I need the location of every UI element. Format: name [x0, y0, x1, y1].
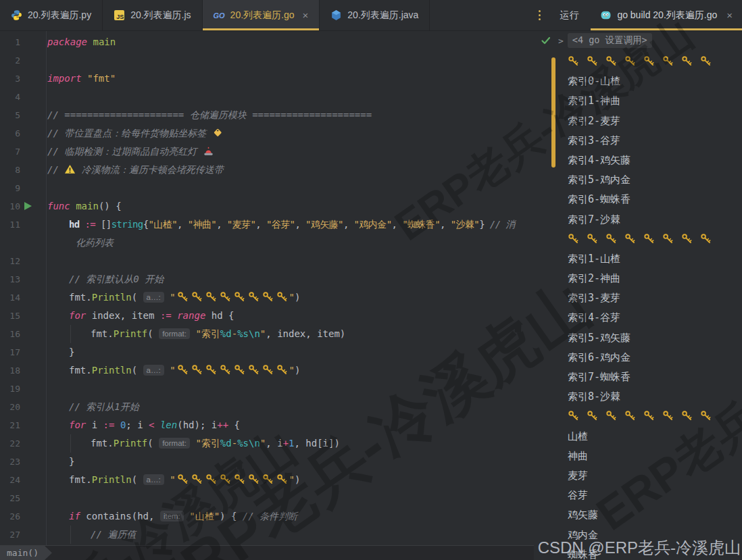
code-line[interactable]: 11hd := []string{"山楂", "神曲", "麦芽", "谷芽",…	[0, 215, 534, 234]
gutter[interactable]	[20, 179, 46, 197]
tab-file-js[interactable]: JS 20.列表遍历.js	[103, 0, 202, 30]
code-line[interactable]: 18fmt.Println( a…: "")	[0, 361, 534, 380]
gutter[interactable]	[20, 234, 46, 252]
code-area[interactable]: 1package main23import "fmt"45// ========…	[0, 33, 534, 544]
code-line[interactable]: 8// 冷溪物流：遍历卡顿会堵死传送带	[0, 161, 534, 179]
line-number[interactable]: 13	[0, 270, 20, 288]
line-number[interactable]: 24	[0, 471, 20, 489]
gutter[interactable]	[20, 197, 46, 215]
line-number[interactable]: 22	[0, 434, 20, 453]
gutter[interactable]	[20, 143, 46, 161]
run-gutter-icon[interactable]	[24, 202, 32, 210]
line-number[interactable]: 10	[0, 197, 20, 215]
line-number[interactable]: 17	[0, 343, 20, 361]
tab-file-go[interactable]: GO 20.列表遍历.go ×	[203, 0, 320, 30]
gutter[interactable]	[20, 489, 46, 507]
gutter[interactable]	[20, 398, 46, 416]
line-number[interactable]: 5	[0, 106, 20, 124]
gutter[interactable]	[20, 252, 46, 270]
code-line[interactable]: 16fmt.Printf( format: "索引%d-%s\n", index…	[0, 325, 534, 343]
gutter[interactable]	[20, 307, 46, 325]
kebab-menu-icon[interactable]	[532, 0, 547, 30]
code-line[interactable]: 25	[0, 489, 534, 507]
code-line[interactable]: 22fmt.Printf( format: "索引%d-%s\n", i+1, …	[0, 434, 534, 453]
line-number[interactable]: 15	[0, 307, 20, 325]
gutter[interactable]	[20, 288, 46, 307]
gutter[interactable]	[20, 343, 46, 361]
code-line[interactable]: 14fmt.Println( a…: "")	[0, 288, 534, 307]
close-icon[interactable]: ×	[303, 10, 309, 20]
line-number[interactable]: 21	[0, 416, 20, 434]
line-number[interactable]: 18	[0, 361, 20, 380]
code-line[interactable]: 3import "fmt"	[0, 70, 534, 88]
code-line[interactable]: 12	[0, 252, 534, 270]
gutter[interactable]	[20, 361, 46, 380]
gutter[interactable]	[20, 124, 46, 143]
gutter[interactable]	[20, 434, 46, 453]
gutter[interactable]	[20, 215, 46, 234]
tab-file-java[interactable]: 20.列表遍历.java	[320, 0, 430, 30]
gutter[interactable]	[20, 507, 46, 526]
line-number[interactable]: 4	[0, 88, 20, 106]
line-number[interactable]: 27	[0, 526, 20, 544]
code-line[interactable]: 24fmt.Println( a…: "")	[0, 471, 534, 489]
tab-run-console[interactable]: go build 20.列表遍历.go ×	[591, 0, 742, 30]
line-number[interactable]: 19	[0, 380, 20, 398]
code-line[interactable]: 23}	[0, 453, 534, 471]
code-line[interactable]: 15for index, item := range hd {	[0, 307, 534, 325]
console-command[interactable]: <4 go 设置调用>	[568, 33, 652, 48]
line-number[interactable]: 3	[0, 70, 20, 88]
code-line[interactable]: 2	[0, 51, 534, 70]
code-line[interactable]: 17}	[0, 343, 534, 361]
gutter[interactable]	[20, 453, 46, 471]
code-line[interactable]: 7// 临期检测：过期商品自动亮红灯	[0, 143, 534, 161]
code-line[interactable]: 19	[0, 380, 534, 398]
code-line[interactable]: 10func main() {	[0, 197, 534, 215]
line-number[interactable]	[0, 234, 20, 252]
run-tool-window-label[interactable]: 运行	[547, 0, 591, 30]
line-number[interactable]: 7	[0, 143, 20, 161]
line-number[interactable]: 23	[0, 453, 20, 471]
code-line[interactable]: 5// ===================== 仓储遍历模块 =======…	[0, 106, 534, 124]
code-line[interactable]: 9	[0, 179, 534, 197]
close-icon[interactable]: ×	[726, 9, 733, 21]
code-line[interactable]: 26if contains(hd, item: "山楂") { // 条件判断	[0, 507, 534, 526]
code-text: }	[46, 343, 534, 361]
gutter[interactable]	[20, 88, 46, 106]
gutter[interactable]	[20, 416, 46, 434]
breadcrumb[interactable]: main()	[0, 546, 52, 560]
code-line[interactable]: 化药列表	[0, 234, 534, 252]
gutter[interactable]	[20, 270, 46, 288]
line-number[interactable]: 2	[0, 51, 20, 70]
console-fold-bar[interactable]	[551, 57, 555, 168]
gutter[interactable]	[20, 471, 46, 489]
gutter[interactable]	[20, 106, 46, 124]
line-number[interactable]: 1	[0, 33, 20, 51]
line-number[interactable]: 8	[0, 161, 20, 179]
gutter[interactable]	[20, 161, 46, 179]
code-line[interactable]: 20// 索引从1开始	[0, 398, 534, 416]
code-line[interactable]: 6// 带位置盘点：给每件货物贴坐标签	[0, 124, 534, 143]
gutter[interactable]	[20, 70, 46, 88]
line-number[interactable]: 11	[0, 215, 20, 234]
gutter[interactable]	[20, 526, 46, 544]
line-number[interactable]: 26	[0, 507, 20, 526]
line-number[interactable]: 25	[0, 489, 20, 507]
code-line[interactable]: 27// 遍历值	[0, 526, 534, 544]
gutter[interactable]	[20, 380, 46, 398]
line-number[interactable]: 9	[0, 179, 20, 197]
code-line[interactable]: 13// 索引默认从0 开始	[0, 270, 534, 288]
line-number[interactable]: 20	[0, 398, 20, 416]
tab-file-py[interactable]: 20.列表遍历.py	[0, 0, 103, 30]
line-number[interactable]: 16	[0, 325, 20, 343]
gutter[interactable]	[20, 325, 46, 343]
gutter[interactable]	[20, 51, 46, 70]
line-number[interactable]: 12	[0, 252, 20, 270]
code-line[interactable]: 21for i := 0; i < len(hd); i++ {	[0, 416, 534, 434]
line-number[interactable]: 6	[0, 124, 20, 143]
code-line[interactable]: 1package main	[0, 33, 534, 51]
line-number[interactable]: 14	[0, 288, 20, 307]
gutter[interactable]	[20, 33, 46, 51]
code-line[interactable]: 4	[0, 88, 534, 106]
code-editor[interactable]: 1package main23import "fmt"45// ========…	[0, 30, 534, 560]
